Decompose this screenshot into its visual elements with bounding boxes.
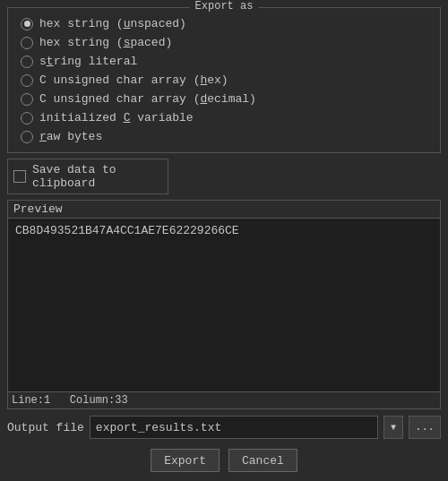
status-line: Line:1 bbox=[12, 394, 50, 407]
preview-content[interactable]: CB8D493521B47A4CC1AE7E62229266CE bbox=[8, 219, 440, 391]
status-column: Column:33 bbox=[70, 394, 128, 407]
cancel-button[interactable]: Cancel bbox=[228, 449, 297, 472]
radio-option-c-decimal[interactable]: C unsigned char array (decimal) bbox=[21, 92, 427, 106]
radio-c-hex[interactable] bbox=[21, 74, 33, 87]
radio-hex-spaced[interactable] bbox=[21, 37, 33, 49]
output-file-browse-button[interactable]: ... bbox=[409, 416, 441, 439]
radio-option-string-literal[interactable]: string literal bbox=[21, 55, 427, 68]
radio-label-raw-bytes: raw bytes bbox=[39, 130, 102, 143]
radio-label-c-hex: C unsigned char array (hex) bbox=[39, 73, 228, 87]
dropdown-icon: ▼ bbox=[391, 423, 396, 433]
status-bar: Line:1 Column:33 bbox=[8, 391, 440, 408]
radio-c-variable[interactable] bbox=[21, 112, 33, 125]
clipboard-section[interactable]: Save data to clipboard bbox=[7, 159, 168, 194]
export-button[interactable]: Export bbox=[151, 449, 220, 472]
radio-label-c-decimal: C unsigned char array (decimal) bbox=[39, 92, 256, 106]
output-file-label: Output file bbox=[7, 421, 84, 434]
output-file-dropdown[interactable]: ▼ bbox=[383, 416, 403, 439]
preview-section: Preview CB8D493521B47A4CC1AE7E62229266CE… bbox=[7, 200, 441, 409]
browse-label: ... bbox=[415, 421, 435, 434]
radio-hex-unspaced[interactable] bbox=[21, 18, 33, 30]
clipboard-label: Save data to clipboard bbox=[32, 163, 162, 190]
export-as-legend: Export as bbox=[190, 0, 259, 13]
buttons-section: Export Cancel bbox=[7, 445, 441, 474]
output-file-section: Output file ▼ ... bbox=[7, 415, 441, 440]
radio-label-c-variable: initialized C variable bbox=[39, 111, 194, 125]
radio-option-raw-bytes[interactable]: raw bytes bbox=[21, 130, 427, 143]
export-as-group: Export as hex string (unspaced) hex stri… bbox=[7, 7, 441, 153]
radio-option-hex-spaced[interactable]: hex string (spaced) bbox=[21, 36, 427, 49]
radio-option-c-hex[interactable]: C unsigned char array (hex) bbox=[21, 73, 427, 87]
radio-label-hex-unspaced: hex string (unspaced) bbox=[39, 17, 186, 30]
radio-string-literal[interactable] bbox=[21, 56, 33, 68]
output-file-input[interactable] bbox=[90, 416, 378, 439]
radio-label-hex-spaced: hex string (spaced) bbox=[39, 36, 172, 49]
radio-option-c-variable[interactable]: initialized C variable bbox=[21, 111, 427, 125]
radio-label-string-literal: string literal bbox=[39, 55, 137, 68]
radio-raw-bytes[interactable] bbox=[21, 131, 33, 143]
preview-label: Preview bbox=[8, 201, 440, 219]
clipboard-checkbox[interactable] bbox=[13, 170, 26, 183]
main-container: Export as hex string (unspaced) hex stri… bbox=[0, 0, 448, 481]
radio-c-decimal[interactable] bbox=[21, 93, 33, 106]
radio-option-hex-unspaced[interactable]: hex string (unspaced) bbox=[21, 17, 427, 30]
